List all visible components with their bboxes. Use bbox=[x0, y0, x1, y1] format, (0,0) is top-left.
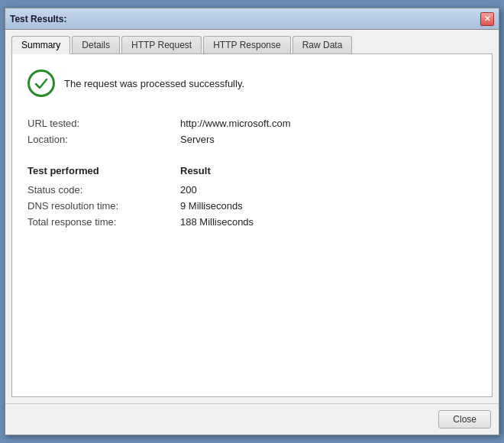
dialog-body: Summary Details HTTP Request HTTP Respon… bbox=[5, 30, 499, 403]
tab-bar: Summary Details HTTP Request HTTP Respon… bbox=[11, 36, 493, 54]
status-code-row: Status code: 200 bbox=[27, 182, 477, 198]
dns-label: DNS resolution time: bbox=[27, 200, 180, 212]
tab-details[interactable]: Details bbox=[72, 36, 120, 53]
url-label: URL tested: bbox=[27, 118, 180, 129]
tab-raw-data[interactable]: Raw Data bbox=[292, 36, 353, 53]
results-header-row: Test performed Result bbox=[27, 163, 477, 179]
success-message: The request was processed successfully. bbox=[64, 78, 244, 89]
response-time-row: Total response time: 188 Milliseconds bbox=[27, 214, 477, 230]
status-code-label: Status code: bbox=[27, 184, 180, 196]
tab-content-summary: The request was processed successfully. … bbox=[11, 54, 493, 397]
response-time-label: Total response time: bbox=[27, 216, 180, 228]
dialog-title: Test Results: bbox=[10, 14, 66, 24]
results-table: Test performed Result Status code: 200 D… bbox=[27, 163, 477, 230]
close-button[interactable]: Close bbox=[438, 410, 491, 428]
window-close-button[interactable]: ✕ bbox=[480, 12, 494, 26]
tab-http-response[interactable]: HTTP Response bbox=[203, 36, 290, 53]
dialog-footer: Close bbox=[5, 403, 499, 435]
url-row: URL tested: http://www.microsoft.com bbox=[27, 115, 477, 131]
test-performed-header: Test performed bbox=[27, 165, 180, 176]
location-label: Location: bbox=[27, 134, 180, 145]
location-value: Servers bbox=[180, 134, 215, 145]
tab-summary[interactable]: Summary bbox=[11, 36, 70, 54]
info-table: URL tested: http://www.microsoft.com Loc… bbox=[27, 115, 477, 147]
dns-value: 9 Milliseconds bbox=[180, 200, 243, 212]
response-time-value: 188 Milliseconds bbox=[180, 216, 254, 228]
dns-row: DNS resolution time: 9 Milliseconds bbox=[27, 198, 477, 214]
result-header: Result bbox=[180, 165, 211, 176]
tab-http-request[interactable]: HTTP Request bbox=[121, 36, 202, 53]
location-row: Location: Servers bbox=[27, 131, 477, 147]
success-row: The request was processed successfully. bbox=[27, 70, 477, 97]
title-bar: Test Results: ✕ bbox=[5, 8, 499, 30]
test-results-dialog: Test Results: ✕ Summary Details HTTP Req… bbox=[5, 8, 499, 435]
title-bar-controls: ✕ bbox=[480, 12, 494, 26]
url-value: http://www.microsoft.com bbox=[180, 118, 290, 129]
status-code-value: 200 bbox=[180, 184, 197, 196]
success-icon bbox=[27, 70, 55, 97]
